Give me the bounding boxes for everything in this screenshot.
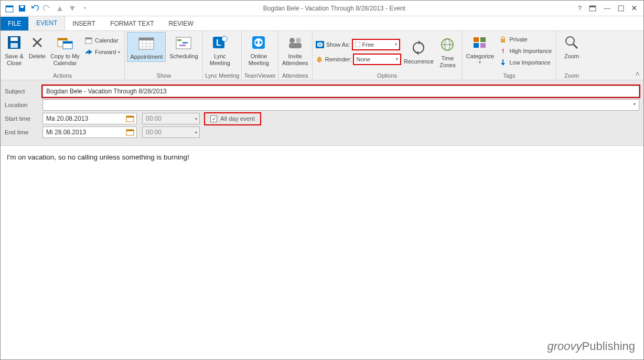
- nav-down-icon: ▼: [67, 3, 78, 14]
- private-label: Private: [509, 36, 527, 43]
- group-show-label: Show: [127, 71, 200, 80]
- delete-icon: [29, 34, 46, 51]
- chevron-down-icon: ▾: [396, 57, 398, 61]
- subject-input[interactable]: [42, 86, 639, 97]
- location-input[interactable]: ▾: [42, 99, 639, 111]
- calendar-icon[interactable]: [4, 3, 15, 14]
- ribbon: Save & Close Delete Copy to My Calendar …: [1, 31, 643, 80]
- tab-event[interactable]: EVENT: [28, 16, 65, 30]
- zoom-icon: [563, 34, 580, 51]
- tab-file[interactable]: FILE: [1, 17, 28, 30]
- collapse-ribbon-icon[interactable]: ᐱ: [636, 71, 639, 77]
- svg-rect-6: [618, 6, 624, 11]
- reminder-dropdown[interactable]: None ▾: [353, 54, 401, 65]
- scheduling-button[interactable]: Scheduling: [167, 32, 200, 61]
- copy-calendar-icon: [57, 34, 73, 51]
- zoom-label: Zoom: [564, 53, 579, 60]
- group-options: Show As: Free ▾ Reminder: None ▾: [313, 31, 463, 80]
- categorize-button[interactable]: Categorize▾: [464, 32, 496, 66]
- recurrence-button[interactable]: Recurrence: [403, 37, 434, 66]
- reminder-icon: [316, 56, 323, 63]
- svg-rect-3: [20, 6, 24, 8]
- subject-label: Subject: [5, 88, 37, 94]
- tab-format-text[interactable]: FORMAT TEXT: [103, 17, 161, 30]
- show-as-icon: [316, 41, 324, 48]
- undo-icon[interactable]: [29, 3, 40, 14]
- delete-button[interactable]: Delete: [27, 32, 48, 61]
- close-icon[interactable]: ✕: [631, 4, 637, 12]
- group-teamviewer-label: TeamViewer: [244, 71, 275, 80]
- title-bar: ▲ ▼ ▼ Bogdan Bele - Vacation Through 8/2…: [1, 1, 643, 16]
- svg-rect-19: [139, 38, 154, 40]
- recurrence-icon: [410, 39, 427, 56]
- teamviewer-icon: [250, 34, 267, 51]
- group-actions-label: Actions: [3, 71, 122, 80]
- svg-rect-27: [183, 42, 188, 44]
- calendar-button[interactable]: Calendar: [82, 35, 122, 46]
- chevron-down-icon: ▾: [195, 117, 197, 121]
- end-time-label: End time: [5, 129, 37, 135]
- svg-rect-39: [355, 42, 360, 47]
- time-zones-button[interactable]: Time Zones: [435, 34, 459, 69]
- forward-button[interactable]: Forward ▾: [82, 47, 122, 57]
- categorize-icon: [471, 34, 488, 51]
- zoom-button[interactable]: Zoom: [559, 32, 585, 61]
- location-dropdown-icon[interactable]: ▾: [634, 102, 636, 107]
- svg-rect-47: [480, 43, 486, 48]
- save-icon[interactable]: [16, 3, 28, 14]
- svg-line-51: [573, 44, 577, 48]
- group-lync-label: Lync Meeting: [205, 71, 239, 80]
- group-zoom: Zoom Zoom: [556, 31, 587, 80]
- help-icon[interactable]: ?: [578, 4, 582, 12]
- end-time-value: 00:00: [146, 129, 162, 136]
- svg-rect-9: [10, 43, 18, 48]
- start-date-input[interactable]: Ma 20.08.2013: [42, 113, 137, 124]
- minimize-icon[interactable]: —: [604, 4, 610, 12]
- invite-attendees-label: Invite Attendees: [282, 53, 309, 66]
- high-importance-button[interactable]: ! High Importance: [497, 46, 554, 56]
- svg-rect-45: [480, 37, 486, 42]
- event-body[interactable]: I'm on vacation, so no calling unless so…: [1, 146, 643, 335]
- time-zones-label: Time Zones: [436, 55, 458, 68]
- svg-rect-48: [501, 39, 505, 43]
- date-picker-icon[interactable]: [125, 128, 135, 137]
- svg-point-35: [296, 38, 301, 43]
- save-close-icon: [6, 34, 23, 51]
- scheduling-label: Scheduling: [169, 53, 198, 60]
- svg-rect-36: [289, 43, 302, 48]
- maximize-icon[interactable]: [618, 5, 624, 12]
- tab-review[interactable]: REVIEW: [162, 17, 201, 30]
- lync-meeting-button[interactable]: L Lync Meeting: [205, 32, 234, 67]
- forward-dropdown-icon[interactable]: ▾: [118, 50, 120, 55]
- start-time-input: 00:00 ▾: [142, 113, 200, 124]
- copy-to-calendar-button[interactable]: Copy to My Calendar: [49, 32, 81, 67]
- appointment-label: Appointment: [130, 54, 163, 60]
- watermark-a: groovy: [547, 340, 582, 353]
- reminder-label: Reminder:: [325, 56, 352, 62]
- all-day-checkbox[interactable]: ✓ All day event: [205, 113, 260, 124]
- window-controls: ? — ✕: [578, 4, 643, 12]
- watermark-b: Publishing: [582, 340, 635, 353]
- group-options-label: Options: [315, 71, 460, 80]
- globe-icon: [439, 36, 456, 53]
- end-date-input[interactable]: Mi 28.08.2013: [42, 126, 137, 138]
- start-time-label: Start time: [5, 115, 37, 122]
- categorize-label: Categorize: [466, 53, 494, 60]
- low-importance-button[interactable]: Low Importance: [497, 57, 554, 68]
- delete-label: Delete: [29, 53, 46, 60]
- group-teamviewer: Online Meeting TeamViewer: [242, 31, 278, 80]
- end-time-input: 00:00 ▾: [142, 126, 200, 138]
- appointment-button[interactable]: Appointment: [127, 32, 166, 62]
- show-as-dropdown[interactable]: Free ▾: [352, 39, 400, 50]
- date-picker-icon[interactable]: [125, 114, 135, 123]
- private-button[interactable]: Private: [497, 34, 554, 45]
- redo-icon: [41, 3, 53, 14]
- qat-dropdown-icon[interactable]: ▼: [79, 3, 91, 14]
- tab-insert[interactable]: INSERT: [65, 17, 103, 30]
- save-close-button[interactable]: Save & Close: [3, 32, 26, 67]
- online-meeting-button[interactable]: Online Meeting: [244, 32, 273, 67]
- invite-attendees-button[interactable]: Invite Attendees: [281, 32, 310, 67]
- ribbon-options-icon[interactable]: [589, 5, 596, 12]
- body-text: I'm on vacation, so no calling unless so…: [7, 153, 189, 161]
- svg-point-40: [318, 61, 320, 62]
